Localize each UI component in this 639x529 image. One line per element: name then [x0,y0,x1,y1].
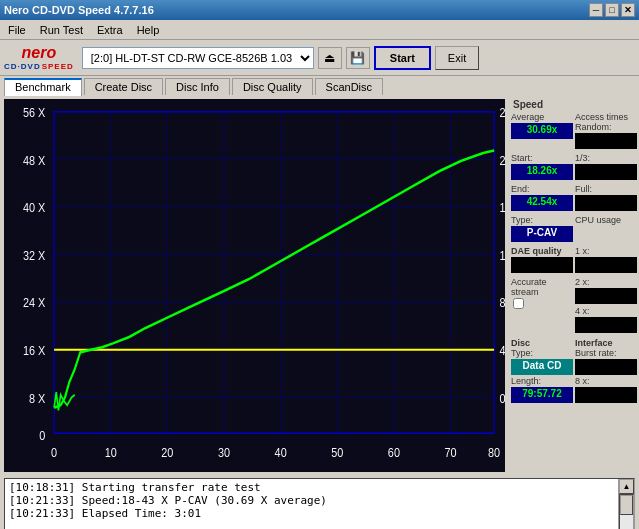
tab-disc-info[interactable]: Disc Info [165,78,230,95]
toolbar-icon-eject[interactable]: ⏏ [318,47,342,69]
speed-row3: End: 42.54x Full: [511,184,637,212]
svg-text:32 X: 32 X [23,248,45,263]
burst-rate-label: Burst rate: [575,348,637,358]
access-full-col: Full: [575,184,637,212]
log-area: [10:18:31] Starting transfer rate test [… [4,478,635,529]
cpu-usage-col: CPU usage [575,215,637,243]
content-wrapper: 56 X 48 X 40 X 32 X 24 X 16 X 8 X 0 24 2… [0,95,639,529]
disc-length-value: 79:57.72 [511,387,573,403]
svg-text:20: 20 [161,445,173,460]
cpu-row1: DAE quality 1 x: [511,246,637,274]
menu-run-test[interactable]: Run Test [36,23,87,37]
speed-average-col: Average 30.69x [511,112,573,150]
speed-row2: Start: 18.26x 1/3: [511,153,637,181]
chart-container: 56 X 48 X 40 X 32 X 24 X 16 X 8 X 0 24 2… [4,99,505,472]
cpu-2x-label: 2 x: [575,277,637,287]
svg-text:50: 50 [331,445,343,460]
disc-type-value: Data CD [511,359,573,375]
svg-text:4: 4 [500,343,505,358]
cpu-1x-value [575,257,637,273]
chart-and-panel: 56 X 48 X 40 X 32 X 24 X 16 X 8 X 0 24 2… [0,95,639,476]
log-scrollbar: ▲ ▼ [618,479,634,529]
accurate-stream-col: Accurate stream [511,277,573,334]
svg-text:16: 16 [500,200,505,215]
speed-type-col: Type: P-CAV [511,215,573,243]
logo-area: nero CD·DVD SPEED [4,44,74,71]
tab-scan-disc[interactable]: ScanDisc [315,78,383,95]
speed-end-label: End: [511,184,573,194]
tab-bar: Benchmark Create Disc Disc Info Disc Qua… [0,76,639,95]
svg-text:16 X: 16 X [23,343,45,358]
svg-text:0: 0 [39,428,45,443]
toolbar-icon-save[interactable]: 💾 [346,47,370,69]
scroll-thumb[interactable] [620,495,633,515]
tab-create-disc[interactable]: Create Disc [84,78,163,95]
speed-logo-text: SPEED [42,62,74,71]
menu-help[interactable]: Help [133,23,164,37]
svg-text:24: 24 [500,105,505,120]
accurate-stream-checkbox-row [511,297,573,310]
speed-type-value: P-CAV [511,226,573,242]
accurate-stream-checkbox[interactable] [513,298,524,309]
tab-benchmark[interactable]: Benchmark [4,78,82,96]
access-third-col: 1/3: [575,153,637,181]
title-bar-controls: ─ □ ✕ [589,3,635,17]
disc-length-label: Length: [511,376,573,386]
access-third-value [575,164,637,180]
menu-bar: File Run Test Extra Help [0,20,639,40]
dae-quality-col: DAE quality [511,246,573,274]
speed-average-value: 30.69x [511,123,573,139]
svg-text:12: 12 [500,248,505,263]
access-random-label: Random: [575,122,637,132]
speed-end-value: 42.54x [511,195,573,211]
log-entry-0: [10:18:31] Starting transfer rate test [9,481,614,494]
maximize-button[interactable]: □ [605,3,619,17]
access-random-value [575,133,637,149]
dae-quality-value [511,257,573,273]
svg-text:0: 0 [500,391,505,406]
disc-interface-row: Disc Type: Data CD Length: 79:57.72 Inte… [511,338,637,404]
speed-start-value: 18.26x [511,164,573,180]
log-entry-1: [10:21:33] Speed:18-43 X P-CAV (30.69 X … [9,494,614,507]
disc-col: Disc Type: Data CD Length: 79:57.72 [511,338,573,404]
svg-text:30: 30 [218,445,230,460]
svg-text:70: 70 [444,445,456,460]
exit-button[interactable]: Exit [435,46,479,70]
speed-row4: Type: P-CAV CPU usage [511,215,637,243]
scroll-track[interactable] [619,494,634,529]
svg-text:24 X: 24 X [23,295,45,310]
cpu-2x-value [575,288,637,304]
access-full-label: Full: [575,184,637,194]
svg-text:0: 0 [51,445,57,460]
svg-text:48 X: 48 X [23,153,45,168]
toolbar: nero CD·DVD SPEED [2:0] HL-DT-ST CD-RW G… [0,40,639,76]
interface-section-title: Interface [575,338,637,348]
speed-row1: Average 30.69x Access times Random: [511,112,637,150]
access-third-label: 1/3: [575,153,637,163]
chart-svg: 56 X 48 X 40 X 32 X 24 X 16 X 8 X 0 24 2… [4,99,505,472]
tab-disc-quality[interactable]: Disc Quality [232,78,313,95]
speed-type-label: Type: [511,215,573,225]
menu-extra[interactable]: Extra [93,23,127,37]
svg-text:80: 80 [488,445,500,460]
close-button[interactable]: ✕ [621,3,635,17]
svg-text:40 X: 40 X [23,200,45,215]
speed-start-col: Start: 18.26x [511,153,573,181]
svg-rect-0 [4,99,505,472]
speed-average-label: Average [511,112,573,122]
disc-section-title: Disc [511,338,573,348]
svg-text:60: 60 [388,445,400,460]
svg-text:10: 10 [105,445,117,460]
cd-dvd-speed-logo: CD·DVD [4,62,41,71]
dae-quality-title: DAE quality [511,246,573,256]
start-button[interactable]: Start [374,46,431,70]
minimize-button[interactable]: ─ [589,3,603,17]
speed-section-title: Speed [511,99,637,110]
scroll-up-button[interactable]: ▲ [619,479,634,494]
speed-start-label: Start: [511,153,573,163]
drive-select[interactable]: [2:0] HL-DT-ST CD-RW GCE-8526B 1.03 [82,47,314,69]
svg-text:8 X: 8 X [29,391,45,406]
right-panel: Speed Average 30.69x Access times Random… [509,95,639,476]
interface-col: Interface Burst rate: 8 x: [575,338,637,404]
menu-file[interactable]: File [4,23,30,37]
